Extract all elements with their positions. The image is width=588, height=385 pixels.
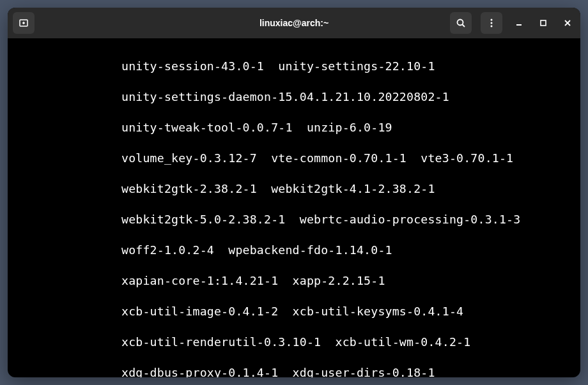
package-line: unity-settings-daemon-15.04.1.21.10.2022… <box>9 89 579 105</box>
minimize-button[interactable] <box>511 15 527 31</box>
menu-button[interactable] <box>481 12 502 34</box>
svg-point-7 <box>491 26 493 27</box>
package-line: volume_key-0.3.12-7 vte-common-0.70.1-1 … <box>9 151 579 166</box>
svg-point-6 <box>491 22 493 24</box>
package-line: xcb-util-image-0.4.1-2 xcb-util-keysyms-… <box>9 304 579 319</box>
package-line: unity-tweak-tool-0.0.7-1 unzip-6.0-19 <box>9 120 579 135</box>
package-line: xapian-core-1:1.4.21-1 xapp-2.2.15-1 <box>9 273 579 289</box>
search-button[interactable] <box>450 12 472 34</box>
titlebar: linuxiac@arch:~ <box>8 8 580 38</box>
terminal-window: linuxiac@arch:~ unity-session-43.0-1 uni… <box>8 8 580 377</box>
close-icon <box>563 19 572 27</box>
maximize-button[interactable] <box>536 15 551 31</box>
maximize-icon <box>539 19 548 27</box>
package-line: xcb-util-renderutil-0.3.10-1 xcb-util-wm… <box>9 335 579 350</box>
svg-line-4 <box>463 25 465 27</box>
terminal-output[interactable]: unity-session-43.0-1 unity-settings-22.1… <box>8 38 580 377</box>
kebab-icon <box>486 18 497 28</box>
package-line: webkit2gtk-2.38.2-1 webkit2gtk-4.1-2.38.… <box>9 181 579 197</box>
new-tab-button[interactable] <box>13 12 35 34</box>
svg-point-5 <box>491 19 493 21</box>
svg-rect-9 <box>541 20 546 26</box>
package-line: xdg-dbus-proxy-0.1.4-1 xdg-user-dirs-0.1… <box>9 365 579 377</box>
svg-point-3 <box>458 20 463 26</box>
minimize-icon <box>514 19 523 27</box>
package-line: webkit2gtk-5.0-2.38.2-1 webrtc-audio-pro… <box>9 212 579 227</box>
close-button[interactable] <box>560 15 575 31</box>
package-line: woff2-1.0.2-4 wpebackend-fdo-1.14.0-1 <box>9 243 579 258</box>
search-icon <box>456 18 466 28</box>
window-title: linuxiac@arch:~ <box>259 18 329 28</box>
package-line: unity-session-43.0-1 unity-settings-22.1… <box>9 59 579 74</box>
